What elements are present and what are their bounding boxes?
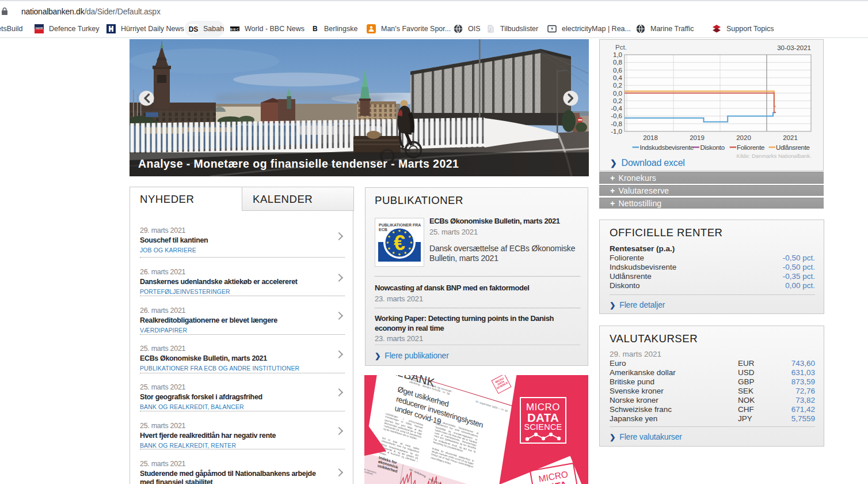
svg-text:0,6: 0,6: [613, 67, 622, 74]
svg-text:Foliorente: Foliorente: [737, 144, 764, 151]
svg-text:0,4: 0,4: [613, 74, 623, 81]
svg-text:0,2: 0,2: [613, 82, 622, 89]
svg-text:2021: 2021: [783, 134, 798, 141]
svg-text:Diskonto: Diskonto: [701, 144, 725, 151]
svg-text:DS: DS: [189, 25, 198, 33]
svg-text:Analyse - Monetære og finansie: Analyse - Monetære og finansielle tenden…: [138, 157, 459, 170]
svg-text:-1,0: -1,0: [611, 128, 622, 135]
svg-text:-0,6: -0,6: [611, 112, 622, 119]
svg-text:-0,8: -0,8: [611, 120, 622, 127]
svg-text:ECB: ECB: [379, 228, 387, 232]
svg-text:1,0: 1,0: [613, 51, 622, 58]
svg-text:Udlånsrente: Udlånsrente: [776, 144, 810, 151]
svg-text:€: €: [394, 231, 405, 255]
svg-text:2020: 2020: [736, 134, 751, 141]
svg-text:BBC: BBC: [230, 28, 239, 31]
svg-text:Indskudsbevisrente: Indskudsbevisrente: [640, 144, 694, 151]
svg-text:-0,4: -0,4: [611, 105, 622, 112]
svg-text:Kilde: Danmarks Nationalbank: Kilde: Danmarks Nationalbank.: [737, 153, 812, 159]
svg-text:2018: 2018: [643, 134, 658, 141]
svg-text:0,2: 0,2: [613, 97, 622, 104]
svg-text:0,0: 0,0: [613, 90, 622, 97]
svg-text:DEFENCE: DEFENCE: [35, 27, 44, 29]
svg-text:Pct.: Pct.: [615, 44, 627, 51]
svg-text:30-03-2021: 30-03-2021: [777, 44, 811, 51]
svg-text:0,8: 0,8: [613, 59, 622, 66]
svg-text:PUBLIKATIONER FRA: PUBLIKATIONER FRA: [379, 223, 421, 227]
svg-text:2019: 2019: [690, 134, 705, 141]
